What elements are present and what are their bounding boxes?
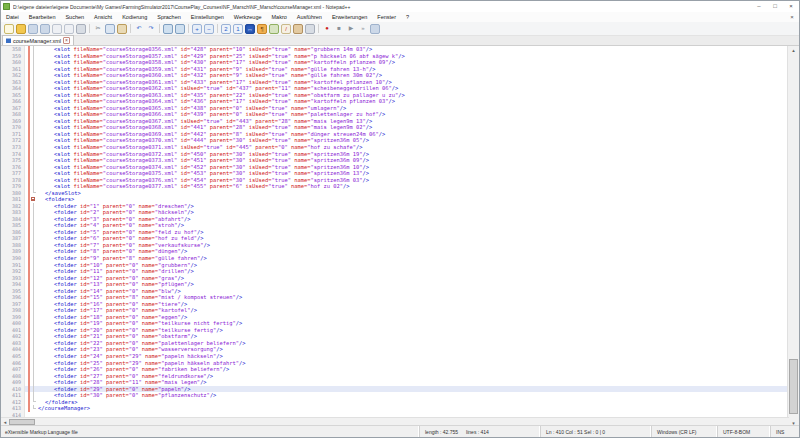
replace-icon[interactable]: [175, 24, 185, 34]
scroll-up-arrow-icon[interactable]: ▴: [788, 46, 799, 54]
new-file-icon[interactable]: [4, 24, 14, 34]
menu-item-sprachen[interactable]: Sprachen: [152, 14, 186, 20]
find-icon[interactable]: [163, 24, 173, 34]
horizontal-scrollbar-thumb[interactable]: [9, 419, 35, 425]
toolbar-separator: [188, 24, 189, 33]
save-macro-icon[interactable]: [370, 24, 380, 34]
notepad-plus-plus-window: D:\eigene dateien\eigene Documente\My Ga…: [0, 0, 800, 438]
window-title: D:\eigene dateien\eigene Documente\My Ga…: [13, 4, 751, 10]
menu-item-makro[interactable]: Makro: [267, 14, 292, 20]
menu-item-fenster[interactable]: Fenster: [372, 14, 401, 20]
play-macro-icon[interactable]: ▶: [346, 24, 356, 34]
toolbar-separator: [318, 24, 319, 33]
zoom-in-icon[interactable]: +: [192, 24, 202, 34]
vertical-scrollbar-thumb[interactable]: [789, 359, 798, 414]
menu-item-?[interactable]: ?: [401, 14, 414, 20]
tab-coursemanager-xml[interactable]: courseManager.xml ×: [2, 35, 74, 45]
menu-item-kodierung[interactable]: Kodierung: [117, 14, 152, 20]
function-list-icon[interactable]: [305, 24, 315, 34]
menu-item-suchen[interactable]: Suchen: [60, 14, 89, 20]
saved-floppy-icon: [6, 38, 11, 43]
save-icon[interactable]: [28, 24, 38, 34]
status-bar: eXtensible Markup Language file length :…: [1, 425, 800, 437]
menubar-close-icon[interactable]: ×: [785, 14, 799, 20]
toolbar: ✂↶↷+−21↔¶/●■▶»: [1, 22, 799, 36]
menu-item-erweiterungen[interactable]: Erweiterungen: [327, 14, 372, 20]
horizontal-scrollbar[interactable]: ◂: [1, 417, 789, 425]
menu-item-ansicht[interactable]: Ansicht: [89, 14, 117, 20]
toolbar-separator: [217, 24, 218, 33]
tab-label: courseManager.xml: [13, 38, 61, 44]
close-icon[interactable]: [52, 24, 62, 34]
cut-icon[interactable]: ✂: [93, 24, 103, 34]
close-button[interactable]: ×: [783, 1, 799, 12]
undo-icon[interactable]: ↶: [134, 24, 144, 34]
toolbar-separator: [130, 24, 131, 33]
indent-guide-icon[interactable]: [269, 24, 279, 34]
open-folder-icon[interactable]: [16, 24, 26, 34]
minimize-button[interactable]: –: [751, 1, 767, 12]
tab-bar: courseManager.xml ×: [1, 36, 799, 46]
toolbar-separator: [89, 24, 90, 33]
status-cursor-position: Ln : 410 Col : 51 Sel : 0 | 0: [540, 426, 651, 437]
redo-icon[interactable]: ↷: [146, 24, 156, 34]
copy-icon[interactable]: [105, 24, 115, 34]
menu-item-datei[interactable]: Datei: [1, 14, 24, 20]
status-length: length : 42.755: [425, 429, 458, 435]
toolbar-separator: [159, 24, 160, 33]
run-macro-multiple-icon[interactable]: »: [358, 24, 368, 34]
status-encoding[interactable]: UTF-8-BOM: [717, 426, 770, 437]
save-all-icon[interactable]: [40, 24, 50, 34]
print-icon[interactable]: [76, 24, 86, 34]
status-insert-mode[interactable]: INS: [770, 426, 800, 437]
menu-item-einstellungen[interactable]: Einstellungen: [186, 14, 229, 20]
zoom-out-icon[interactable]: −: [204, 24, 214, 34]
title-bar: D:\eigene dateien\eigene Documente\My Ga…: [1, 1, 799, 12]
notepad-plus-plus-icon: [3, 3, 10, 10]
sync-vertical-icon[interactable]: 2: [221, 24, 231, 34]
sync-horizontal-icon[interactable]: 1: [233, 24, 243, 34]
scroll-left-arrow-icon[interactable]: ◂: [1, 419, 9, 425]
stop-macro-icon[interactable]: ■: [334, 24, 344, 34]
menu-items: DateiBearbeitenSuchenAnsichtKodierungSpr…: [1, 14, 414, 20]
menu-bar: DateiBearbeitenSuchenAnsichtKodierungSpr…: [1, 12, 799, 22]
show-all-chars-icon[interactable]: ¶: [257, 24, 267, 34]
tab-close-icon[interactable]: ×: [63, 37, 70, 44]
close-all-icon[interactable]: [64, 24, 74, 34]
menu-item-werkzeuge[interactable]: Werkzeuge: [229, 14, 267, 20]
status-doc-type: eXtensible Markup Language file: [1, 429, 419, 435]
menu-item-ausfhren[interactable]: Ausführen: [292, 14, 327, 20]
vertical-scrollbar[interactable]: ▴ ▾: [787, 46, 799, 427]
maximize-button[interactable]: □: [767, 1, 783, 12]
record-macro-icon[interactable]: ●: [322, 24, 332, 34]
menu-item-bearbeiten[interactable]: Bearbeiten: [24, 14, 61, 20]
status-length-lines: length : 42.755 lines : 414: [419, 426, 540, 437]
user-language-icon[interactable]: /: [281, 24, 291, 34]
doc-map-icon[interactable]: [293, 24, 303, 34]
word-wrap-icon[interactable]: ↔: [245, 24, 255, 34]
status-eol-format[interactable]: Windows (CR LF): [651, 426, 717, 437]
code-editor[interactable]: 358<slot fileName="courseStorage0356.xml…: [1, 46, 789, 419]
status-lines: lines : 414: [466, 429, 489, 435]
paste-icon[interactable]: [117, 24, 127, 34]
